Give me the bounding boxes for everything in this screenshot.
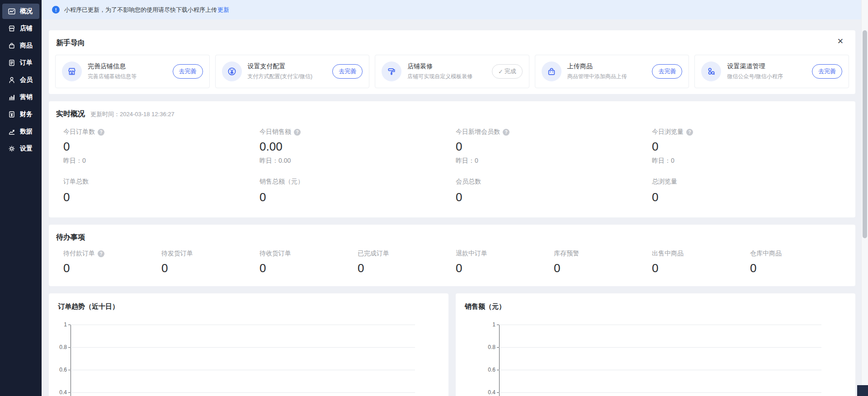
guide-card-subtitle: 店铺可实现自定义模板装修 (407, 73, 472, 80)
sidebar-item-label: 数据 (20, 127, 33, 136)
sidebar-item-goods[interactable]: 商品 (2, 38, 39, 53)
sidebar-item-label: 商品 (20, 42, 33, 50)
vertical-scrollbar (861, 0, 868, 396)
sidebar-item-overview[interactable]: 概况 (2, 4, 39, 19)
guide-title: 新手导向 (55, 38, 849, 48)
help-icon[interactable]: ? (686, 129, 693, 136)
stat-today-sales: 今日销售额? 0.00 昨日：0.00 (259, 128, 456, 165)
todo-label: 待付款订单 (63, 250, 95, 258)
sidebar-item-label: 会员 (20, 76, 33, 84)
stat-today-orders: 今日订单数? 0 昨日：0 (63, 128, 259, 165)
done-label: 完成 (505, 67, 516, 75)
shop-icon (8, 24, 16, 33)
stat-total-views: 总浏览量 0 (652, 178, 848, 204)
done-badge: ✓ 完成 (492, 64, 523, 79)
overview-icon (8, 7, 16, 15)
stat-total-sales: 销售总额（元） 0 (259, 178, 456, 204)
realtime-stats-row: 今日订单数? 0 昨日：0 今日销售额? 0.00 昨日：0.00 今日新增会员… (56, 128, 848, 165)
todo-value: 0 (456, 261, 554, 275)
info-icon: ! (52, 6, 60, 14)
order-trend-chart-card: 订单趋势（近十日） 1 0.8 0.6 0.4 (49, 293, 448, 396)
help-icon[interactable]: ? (294, 129, 301, 136)
guide-card-title: 店铺装修 (407, 62, 472, 71)
guide-card-subtitle: 微信公众号/微信小程序 (727, 73, 783, 80)
todo-card: 待办事项 待付款订单? 0 待发货订单 0 待收货订单 0 已完成订单 0 (49, 225, 855, 286)
member-person-icon (8, 76, 16, 84)
sidebar-item-orders[interactable]: 订单 (2, 55, 39, 71)
sidebar-item-finance[interactable]: 财务 (2, 107, 39, 122)
guide-card-decoration: 店铺装修 店铺可实现自定义模板装修 ✓ 完成 (375, 55, 529, 88)
y-axis-line (499, 325, 500, 396)
stat-today-views: 今日浏览量? 0 昨日：0 (652, 128, 848, 165)
guide-card-title: 设置渠道管理 (727, 62, 783, 71)
guide-card-text: 设置支付配置 支付方式配置(支付宝/微信) (248, 62, 312, 80)
update-time-label: 更新时间： (90, 111, 120, 118)
realtime-overview-card: 实时概况 更新时间：2024-03-18 12:36:27 今日订单数? 0 昨… (49, 101, 855, 217)
go-complete-button[interactable]: 去完善 (173, 64, 203, 79)
y-tick: 0.4 (52, 389, 67, 396)
gear-icon (8, 145, 16, 153)
marketing-bars-icon (8, 93, 16, 101)
stat-today-new-members: 今日新增会员数? 0 昨日：0 (456, 128, 652, 165)
realtime-totals-row: 订单总数 0 销售总额（元） 0 会员总数 0 总浏览量 0 (56, 178, 848, 204)
check-icon: ✓ (498, 68, 503, 75)
stat-yesterday: 昨日：0.00 (259, 157, 456, 165)
stat-value: 0.00 (259, 140, 456, 153)
y-axis-line (71, 325, 71, 396)
chart-title: 订单趋势（近十日） (58, 302, 439, 311)
y-tick: 0.6 (481, 367, 495, 373)
scrollbar-thumb[interactable] (863, 30, 867, 238)
sales-chart-card: 销售额（元） 1 0.8 0.6 0.4 (456, 293, 855, 396)
sidebar-item-marketing[interactable]: 营销 (2, 90, 39, 105)
y-tick: 0.8 (481, 344, 495, 350)
help-icon[interactable]: ? (98, 250, 104, 257)
yen-coin-icon (222, 61, 242, 81)
storefront-icon (62, 61, 82, 81)
todo-item-to-receive: 待收货订单 0 (259, 250, 358, 275)
guide-card-upload-goods: 上传商品 商品管理中添加商品上传 去完善 (535, 55, 689, 88)
stat-value: 0 (652, 140, 848, 153)
y-tick: 1 (481, 321, 495, 328)
y-tick: 1 (52, 321, 67, 328)
help-icon[interactable]: ? (503, 129, 509, 136)
guide-card-text: 店铺装修 店铺可实现自定义模板装修 (407, 62, 472, 80)
sidebar: 概况 店铺 商品 订单 会员 营销 财务 (0, 0, 42, 396)
todo-item-refunding: 退款中订单 0 (456, 250, 554, 275)
guide-card-title: 设置支付配置 (248, 62, 312, 71)
goods-bag-icon (8, 42, 16, 50)
sidebar-item-shop[interactable]: 店铺 (2, 21, 39, 36)
close-icon[interactable]: ✕ (837, 38, 844, 45)
update-link[interactable]: 更新 (217, 6, 229, 14)
sidebar-item-label: 订单 (20, 59, 33, 67)
newbie-guide-card: 新手导向 ✕ 完善店铺信息 完善店铺基础信息等 去完善 (49, 30, 855, 94)
finance-ledger-icon (8, 110, 16, 118)
stat-value: 0 (63, 140, 259, 153)
go-complete-button[interactable]: 去完善 (812, 64, 842, 79)
guide-card-subtitle: 商品管理中添加商品上传 (567, 73, 627, 80)
todo-value: 0 (750, 261, 848, 275)
guide-card-payment: 设置支付配置 支付方式配置(支付宝/微信) 去完善 (215, 55, 370, 88)
stat-yesterday: 昨日：0 (652, 157, 848, 165)
order-list-icon (8, 59, 16, 67)
notice-text: 小程序已更新，为了不影响您的使用请尽快下载小程序上传 (64, 6, 217, 14)
guide-card-channels: 设置渠道管理 微信公众号/微信小程序 去完善 (694, 55, 849, 88)
y-tick: 0.6 (52, 367, 67, 373)
main-area: ! 小程序已更新，为了不影响您的使用请尽快下载小程序上传 更新 新手导向 ✕ 完… (42, 0, 861, 396)
order-trend-plot: 1 0.8 0.6 0.4 (71, 325, 415, 396)
sidebar-item-settings[interactable]: 设置 (2, 141, 39, 156)
guide-card-title: 完善店铺信息 (88, 62, 137, 71)
todo-value: 0 (652, 261, 750, 275)
go-complete-button[interactable]: 去完善 (652, 64, 682, 79)
sidebar-item-label: 概况 (20, 7, 33, 15)
todo-item-to-ship: 待发货订单 0 (161, 250, 259, 275)
help-icon[interactable]: ? (98, 129, 104, 136)
corner-floating-button[interactable] (857, 385, 868, 396)
stat-total-orders: 订单总数 0 (63, 178, 259, 204)
todo-value: 0 (358, 261, 456, 275)
sidebar-item-data[interactable]: 数据 (2, 124, 39, 139)
update-notice-bar: ! 小程序已更新，为了不影响您的使用请尽快下载小程序上传 更新 (42, 0, 861, 19)
go-complete-button[interactable]: 去完善 (332, 64, 363, 79)
sidebar-item-members[interactable]: 会员 (2, 72, 39, 88)
data-trend-icon (8, 127, 16, 136)
guide-card-shop-info: 完善店铺信息 完善店铺基础信息等 去完善 (55, 55, 210, 88)
